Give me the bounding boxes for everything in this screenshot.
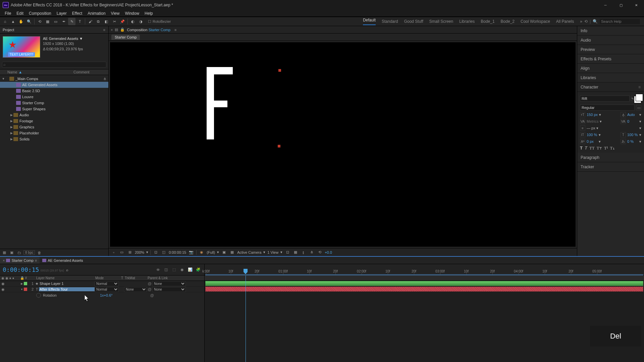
new-folder-icon[interactable]: 🗀 (16, 250, 22, 255)
font-style-input[interactable] (580, 105, 635, 111)
workspace-bode2[interactable]: Bode_2 (501, 19, 515, 24)
resolution-icon[interactable]: ▭ (119, 249, 125, 255)
folder-audio[interactable]: ▶Audio (0, 112, 108, 118)
resolution-dropdown[interactable]: (Full) (207, 250, 215, 254)
hand-tool-icon[interactable]: ✋ (17, 18, 25, 25)
menu-edit[interactable]: Edit (14, 10, 26, 16)
fill-stroke-swatch[interactable] (636, 94, 641, 103)
stroke-width-icon[interactable]: ▭ (636, 105, 641, 110)
zoom-value[interactable]: 200% (135, 250, 144, 254)
tracking-value[interactable]: 0 (627, 119, 638, 123)
chevron-down-icon[interactable]: ▾ (263, 250, 265, 254)
panel-paragraph[interactable]: Paragraph (577, 153, 644, 162)
orbit-tool-icon[interactable]: ⟲ (36, 18, 43, 25)
timeline-tab-starter[interactable]: × Starter Comp ≡ (0, 257, 40, 264)
transparency-icon[interactable]: ▦ (229, 249, 235, 255)
clone-tool-icon[interactable]: ⧉ (95, 18, 102, 25)
hscale-value[interactable]: 100 % (627, 133, 638, 137)
layer-name[interactable]: After Effects Tour (39, 287, 95, 291)
exposure-value[interactable]: +0.0 (325, 250, 332, 254)
panel-menu-icon[interactable]: ≡ (103, 28, 106, 32)
new-comp-icon[interactable]: ▣ (9, 250, 15, 255)
delete-icon[interactable]: 🗑 (36, 250, 42, 255)
menu-window[interactable]: Window (122, 10, 142, 16)
folder-footage[interactable]: ▶Footage (0, 118, 108, 124)
motion-blur-icon[interactable]: ◉ (179, 266, 185, 273)
leading-value[interactable]: Auto (627, 113, 638, 117)
draft3d-icon[interactable]: ◫ (163, 266, 169, 273)
twirl-icon[interactable]: ▶ (20, 282, 23, 285)
trkmat-select[interactable]: None (124, 287, 147, 292)
checkbox-icon[interactable]: ☐ (148, 19, 151, 24)
project-panel-label[interactable]: Project (3, 28, 14, 32)
header-layer-name[interactable]: Layer Name (35, 276, 95, 280)
flowchart-icon[interactable]: ⋔ (103, 77, 106, 81)
comp-breadcrumb[interactable]: Starter Comp (111, 35, 140, 40)
pen-tool-active-icon[interactable]: ✎ (68, 18, 75, 25)
channel-icon[interactable]: ◉ (199, 249, 205, 255)
shape-fill-icon[interactable]: ◐ (129, 18, 137, 25)
panel-align[interactable]: Align (577, 64, 644, 73)
workspace-smallscreen[interactable]: Small Screen (429, 19, 453, 24)
header-parent[interactable]: Parent & Link (148, 276, 188, 280)
shy-icon[interactable]: 👁 (155, 266, 161, 273)
interpret-footage-icon[interactable]: ▦ (1, 250, 7, 255)
layer-color-chip[interactable] (24, 288, 27, 291)
menu-animation[interactable]: Animation (85, 10, 108, 16)
vscale-value[interactable]: 100 % (587, 133, 597, 137)
composition-viewer[interactable] (110, 42, 576, 247)
col-name[interactable]: Name (7, 70, 17, 74)
folder-solids[interactable]: ▶Solids (0, 136, 108, 142)
comp-supershapes[interactable]: Super Shapes (0, 106, 108, 112)
panel-audio[interactable]: Audio (577, 36, 644, 45)
pickwhip-icon[interactable]: @ (147, 287, 152, 291)
workspace-overflow-icon[interactable]: » (580, 19, 582, 24)
comp-basic25d[interactable]: Basic 2.5D (0, 88, 108, 94)
workspace-default[interactable]: Default (363, 18, 376, 25)
safe-zones-icon[interactable]: ⊡ (153, 249, 159, 255)
close-tab-icon[interactable]: × (111, 28, 113, 32)
eraser-tool-icon[interactable]: ◧ (103, 18, 110, 25)
search-help-input[interactable] (600, 19, 640, 24)
twirl-icon[interactable]: ▼ (20, 288, 23, 291)
timeline-timecode[interactable]: 0:00:00:15 (3, 266, 39, 273)
roi-icon[interactable]: ▣ (221, 249, 227, 255)
lock-icon[interactable]: 🔒 (120, 27, 125, 32)
chevron-down-icon[interactable]: ▾ (280, 250, 282, 254)
puppet-tool-icon[interactable]: 📌 (119, 18, 126, 25)
stopwatch-icon[interactable] (36, 293, 41, 298)
layer-bar-1[interactable] (205, 281, 643, 286)
brush-tool-icon[interactable]: 🖌 (87, 18, 94, 25)
mode-select[interactable]: Normal (95, 287, 119, 292)
minimize-button[interactable]: ─ (598, 0, 613, 10)
color-depth-button[interactable]: 8 bpc (23, 250, 35, 255)
shape-handle[interactable] (278, 145, 280, 147)
selection-tool-icon[interactable]: ▲ (9, 18, 17, 25)
shape-handle[interactable] (278, 69, 281, 72)
folder-graphics[interactable]: ▶Graphics (0, 124, 108, 130)
comp-tab-label[interactable]: Composition Starter Comp (127, 28, 170, 32)
current-time-indicator[interactable] (246, 276, 246, 362)
reset-exposure-icon[interactable]: ⟲ (317, 249, 323, 255)
grid-icon[interactable]: ⊞ (127, 249, 133, 255)
asset-thumbnail[interactable]: TEXT LAYER!!!! (3, 36, 40, 58)
comp-louvre[interactable]: Louvre (0, 94, 108, 100)
layer-bar-2[interactable] (205, 287, 643, 292)
timeline-icon[interactable]: ⫿ (301, 249, 307, 255)
flowchart-icon[interactable]: ⋔ (309, 249, 315, 255)
pen-tool-icon[interactable]: ✒ (60, 18, 67, 25)
smallcaps-button[interactable]: Tᴛ (597, 145, 602, 151)
baseline-value[interactable]: 0 px (587, 139, 597, 143)
kerning-value[interactable]: Metrics (587, 119, 598, 123)
type-tool-icon[interactable]: T (76, 18, 84, 25)
eye-icon[interactable]: ◉ (1, 282, 5, 286)
pan-behind-tool-icon[interactable]: ▦ (44, 18, 51, 25)
snapshot-icon[interactable]: 📷 (188, 249, 194, 255)
font-size-value[interactable]: 150 px (587, 113, 598, 117)
menu-view[interactable]: View (108, 10, 122, 16)
magnify-icon[interactable]: ▫ (111, 249, 117, 255)
mode-select[interactable]: Normal (95, 281, 119, 286)
zoom-tool-icon[interactable]: 🔍 (25, 18, 33, 25)
home-icon[interactable]: ⌂ (1, 18, 9, 25)
panel-menu-icon[interactable]: ≡ (638, 85, 641, 89)
